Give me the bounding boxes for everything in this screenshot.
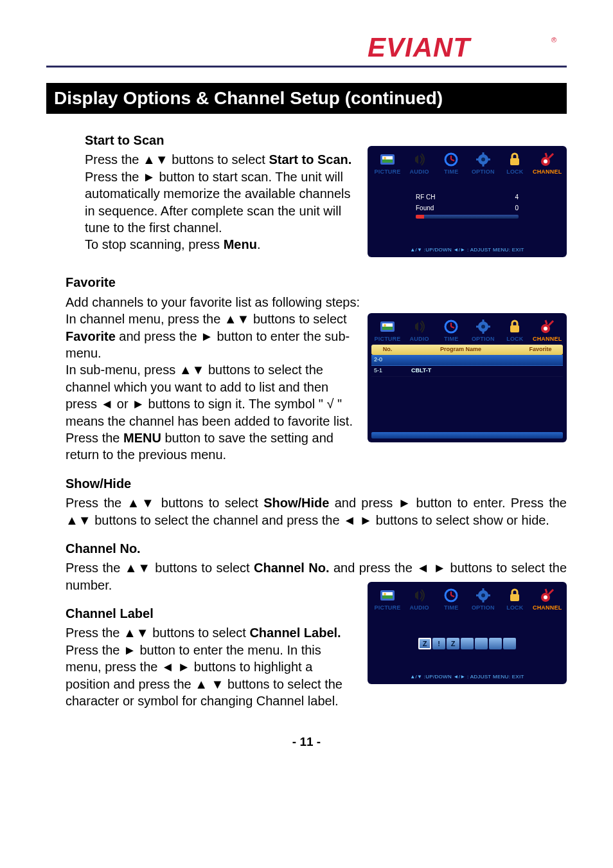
channel-label-boxes: Z!Z <box>378 638 556 649</box>
svg-rect-15 <box>510 158 519 165</box>
audio-icon <box>405 151 434 168</box>
osd-tab-time: TIME <box>437 151 465 176</box>
svg-text:®: ® <box>551 36 556 44</box>
svg-point-28 <box>481 325 485 329</box>
svg-line-8 <box>451 159 454 161</box>
osd-footer-hint: ▲/▼ :UP/DOWN ◄/► : ADJUST MENU: EXIT <box>371 671 563 682</box>
lock-icon <box>501 151 529 168</box>
osd-scan-figure: PICTUREAUDIOTIMEOPTIONLOCKCHANNEL RF CH4… <box>368 146 567 257</box>
osd-favorite-figure: PICTUREAUDIOTIMEOPTIONLOCKCHANNEL No. Pr… <box>368 313 567 442</box>
osd-tab-time: TIME <box>437 318 465 343</box>
osd-tab-option: OPTION <box>469 587 497 612</box>
label-char-box <box>461 638 474 649</box>
found-label: Found <box>416 204 434 212</box>
picture-icon <box>373 587 402 604</box>
scan-progress-bar <box>416 215 519 219</box>
svg-point-41 <box>384 593 386 595</box>
section-title: Display Options & Channel Setup (continu… <box>46 83 567 114</box>
channelno-heading: Channel No. <box>66 540 567 557</box>
osd-tabs: PICTUREAUDIOTIMEOPTIONLOCKCHANNEL <box>371 150 563 176</box>
col-program: Program Name <box>404 345 518 355</box>
osd-tab-lock: LOCK <box>501 151 529 176</box>
osd-tab-lock: LOCK <box>501 587 529 612</box>
svg-line-55 <box>546 589 547 593</box>
showhide-text: Press the ▲▼ buttons to select Show/Hide… <box>66 494 567 529</box>
lock-icon <box>501 318 529 335</box>
showhide-heading: Show/Hide <box>66 475 567 492</box>
svg-line-36 <box>549 321 553 325</box>
audio-icon <box>405 318 434 335</box>
osd-tab-picture: PICTURE <box>373 151 402 176</box>
favorite-intro: Add channels to your favorite list as fo… <box>66 294 567 311</box>
svg-line-26 <box>451 327 454 328</box>
time-icon <box>437 318 465 335</box>
channel-icon <box>533 587 561 604</box>
favorite-heading: Favorite <box>66 274 567 291</box>
svg-rect-22 <box>382 327 393 330</box>
svg-point-10 <box>481 158 485 161</box>
picture-icon <box>373 318 402 335</box>
svg-rect-4 <box>382 159 393 163</box>
osd-tab-picture: PICTURE <box>373 587 402 612</box>
rfch-value: 4 <box>515 193 519 201</box>
svg-point-53 <box>544 595 547 599</box>
time-icon <box>437 151 465 168</box>
svg-point-5 <box>384 157 386 159</box>
table-row: 2-0 <box>371 355 563 366</box>
option-icon <box>469 151 497 168</box>
time-icon <box>437 587 465 604</box>
label-char-box <box>503 638 516 649</box>
label-char-box: Z <box>418 638 431 649</box>
osd-footer-hint: ▲/▼ :UP/DOWN ◄/► : ADJUST MENU: EXIT <box>371 244 563 255</box>
svg-rect-51 <box>510 594 519 601</box>
brand-logo: EVIANT ® <box>46 33 567 68</box>
osd-tab-option: OPTION <box>469 151 497 176</box>
lock-icon <box>501 587 529 604</box>
osd-tab-audio: AUDIO <box>405 318 434 343</box>
svg-rect-40 <box>382 595 393 599</box>
svg-point-35 <box>544 327 547 330</box>
label-char-box: Z <box>447 638 459 649</box>
svg-line-19 <box>546 153 547 157</box>
rfch-label: RF CH <box>416 193 436 201</box>
svg-point-17 <box>544 159 547 163</box>
svg-line-44 <box>451 595 454 597</box>
osd-label-figure: PICTUREAUDIOTIMEOPTIONLOCKCHANNEL Z!Z ▲/… <box>368 582 567 684</box>
osd-tab-audio: AUDIO <box>405 587 434 612</box>
svg-point-46 <box>481 593 485 597</box>
channel-icon <box>533 151 561 168</box>
label-char-box <box>489 638 502 649</box>
option-icon <box>469 318 497 335</box>
label-char-box <box>475 638 488 649</box>
svg-line-37 <box>546 320 547 324</box>
svg-text:EVIANT: EVIANT <box>368 33 472 62</box>
osd-tab-picture: PICTURE <box>373 318 402 343</box>
osd-tab-channel: CHANNEL <box>533 318 561 343</box>
osd-tab-channel: CHANNEL <box>533 151 561 176</box>
option-icon <box>469 587 497 604</box>
osd-tab-channel: CHANNEL <box>533 587 561 612</box>
osd-tab-time: TIME <box>437 587 465 612</box>
label-char-box: ! <box>432 638 445 649</box>
svg-line-18 <box>549 154 553 158</box>
channel-icon <box>533 318 561 335</box>
svg-line-54 <box>549 590 553 594</box>
picture-icon <box>373 151 402 168</box>
audio-icon <box>405 587 434 604</box>
osd-tab-audio: AUDIO <box>405 151 434 176</box>
col-no: No. <box>371 345 404 355</box>
table-row: 5-1CBLT-T <box>371 366 563 377</box>
svg-point-23 <box>384 324 386 327</box>
col-favorite: Favorite <box>518 345 563 355</box>
page-number: - 11 - <box>46 735 567 749</box>
osd-tab-option: OPTION <box>469 318 497 343</box>
found-value: 0 <box>515 204 519 212</box>
osd-tab-lock: LOCK <box>501 318 529 343</box>
svg-rect-33 <box>510 325 519 332</box>
